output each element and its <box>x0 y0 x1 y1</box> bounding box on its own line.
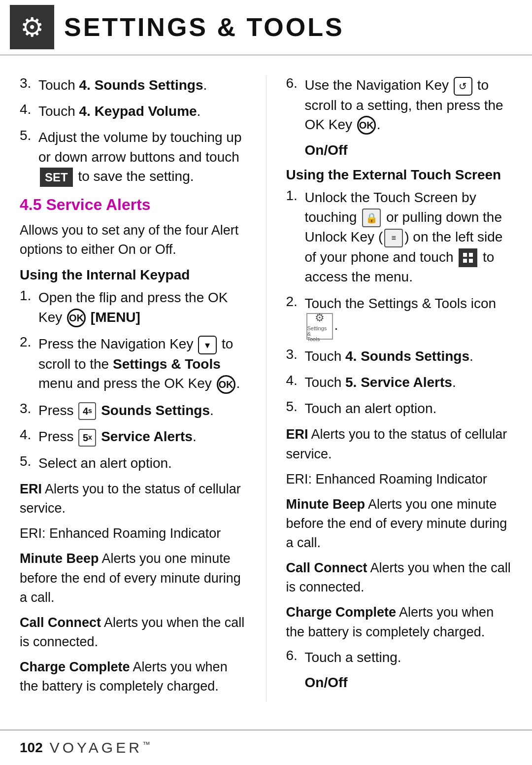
ext-touch-heading: Using the External Touch Screen <box>286 167 513 183</box>
page-number: 102 <box>20 740 43 756</box>
ok-key-icon-right: OK <box>357 116 376 135</box>
int-step-1: 1. Open the flip and press the OK Key OK… <box>20 288 246 327</box>
eri-sub-right: ERI: Enhanced Roaming Indicator <box>286 470 513 489</box>
ok-key-icon: OK <box>67 309 86 327</box>
page-footer: 102 VOYAGER™ <box>0 730 532 765</box>
set-button-icon: SET <box>40 168 73 187</box>
brand-name: VOYAGER™ <box>50 739 153 756</box>
left-column: 3. Touch 4. Sounds Settings. 4. Touch 4.… <box>20 75 246 702</box>
section-4-5-heading: 4.5 Service Alerts <box>20 196 246 214</box>
int-step-5: 5. Select an alert option. <box>20 453 246 473</box>
minute-beep-para: Minute Beep Alerts you one minute before… <box>20 549 246 607</box>
settings-tools-small-icon: ⚙ Settings &Tools <box>306 313 333 340</box>
eri-para: ERI Alerts you to the status of cellular… <box>20 480 246 518</box>
lock-icon: 🔒 <box>362 209 381 227</box>
page-title: SETTINGS & TOOLS <box>64 12 344 42</box>
nav-key-icon: ▾ <box>198 336 217 354</box>
gear-icon: ⚙ <box>20 12 44 43</box>
header-icon-box: ⚙ <box>10 5 54 49</box>
left-step-5: 5. Adjust the volume by touching up or d… <box>20 128 246 187</box>
section-desc: Allows you to set any of the four Alert … <box>20 221 246 259</box>
grid-menu-icon <box>459 248 477 267</box>
int-step-3: 3. Press 4s Sounds Settings. <box>20 401 246 420</box>
ok-key-icon-2: OK <box>217 375 235 394</box>
on-off-heading-1: On/Off <box>286 142 513 158</box>
internal-keypad-heading: Using the Internal Keypad <box>20 267 246 283</box>
ext-step-3: 3. Touch 4. Sounds Settings. <box>286 347 513 366</box>
int-step-4: 4. Press 5x Service Alerts. <box>20 427 246 447</box>
minute-beep-para-right: Minute Beep Alerts you one minute before… <box>286 495 513 553</box>
ext-step-2: 2. Touch the Settings & Tools icon ⚙ Set… <box>286 294 513 340</box>
ext-step-4: 4. Touch 5. Service Alerts. <box>286 373 513 392</box>
ext-step-1: 1. Unlock the Touch Screen by touching 🔒… <box>286 188 513 286</box>
right-step-6: 6. Use the Navigation Key ↺ to scroll to… <box>286 75 513 135</box>
call-connect-para-right: Call Connect Alerts you when the call is… <box>286 558 513 597</box>
eri-para-right: ERI Alerts you to the status of cellular… <box>286 425 513 463</box>
right-column: 6. Use the Navigation Key ↺ to scroll to… <box>266 75 513 702</box>
svg-rect-1 <box>469 253 473 257</box>
unlock-key-icon: ≡ <box>384 229 403 247</box>
int-step-2: 2. Press the Navigation Key ▾ to scroll … <box>20 334 246 393</box>
eri-sub: ERI: Enhanced Roaming Indicator <box>20 524 246 543</box>
call-connect-para: Call Connect Alerts you when the call is… <box>20 613 246 652</box>
nav-key-icon-right: ↺ <box>454 77 472 96</box>
svg-rect-2 <box>463 259 467 263</box>
on-off-heading-2: On/Off <box>286 675 513 691</box>
page-header: ⚙ SETTINGS & TOOLS <box>0 0 532 56</box>
charge-complete-para: Charge Complete Alerts you when the batt… <box>20 658 246 696</box>
svg-rect-0 <box>463 253 467 257</box>
key-4-badge: 4s <box>78 402 96 420</box>
left-step-3: 3. Touch 4. Sounds Settings. <box>20 75 246 95</box>
key-5-badge: 5x <box>78 429 96 447</box>
charge-complete-para-right: Charge Complete Alerts you when the batt… <box>286 603 513 641</box>
ext-step-6: 6. Touch a setting. <box>286 648 513 667</box>
ext-step-5: 5. Touch an alert option. <box>286 399 513 418</box>
left-step-4: 4. Touch 4. Keypad Volume. <box>20 102 246 121</box>
svg-rect-3 <box>469 259 473 263</box>
main-content: 3. Touch 4. Sounds Settings. 4. Touch 4.… <box>0 56 532 702</box>
